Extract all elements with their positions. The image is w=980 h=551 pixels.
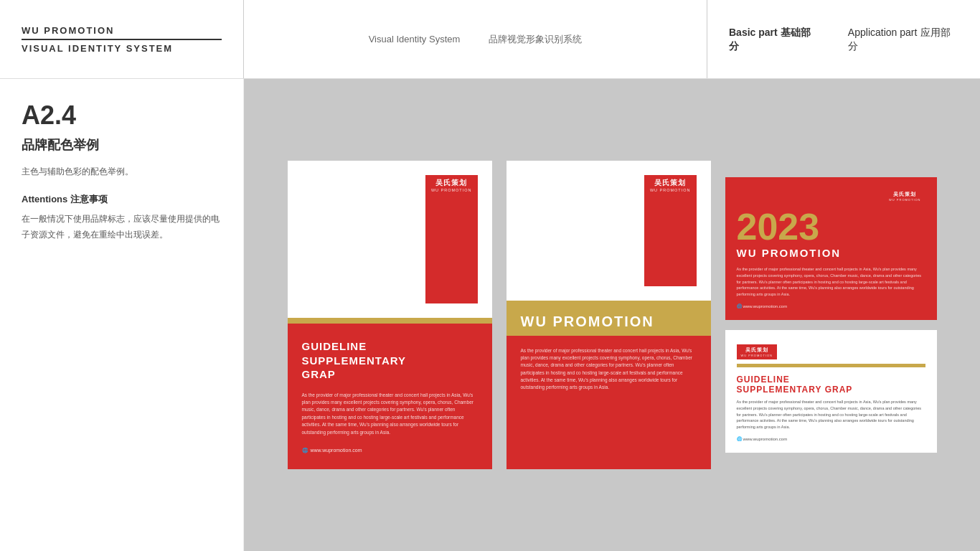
card4-logo-row: 吴氏策划 WU PROMOTION: [737, 342, 925, 359]
globe-icon: [302, 448, 311, 453]
card4-body: As the provider of major professional th…: [737, 399, 925, 430]
card2-logo-sub: WU PROMOTION: [650, 188, 691, 192]
card1-title: GUIDELINESUPPLEMENTARYGRAP: [302, 339, 478, 382]
card3-year: 2023: [737, 208, 925, 245]
card1-url: www.wupromotion.com: [302, 448, 478, 453]
card3-logo-row: 吴氏策划 WU PROMOTION: [737, 189, 925, 204]
logo-main: 吴氏策划: [435, 178, 467, 188]
card2-top: 吴氏策划 WU PROMOTION: [507, 161, 711, 301]
card1-gold-bar: [288, 318, 492, 324]
main-content: A2.4 品牌配色举例 主色与辅助色彩的配色举例。 Attentions 注意事…: [0, 79, 980, 551]
card-2: 吴氏策划 WU PROMOTION WU PROMOTION As the pr…: [507, 161, 711, 469]
card2-body: As the provider of major professional th…: [521, 347, 697, 392]
nav-basic[interactable]: Basic part 基础部分: [729, 26, 819, 53]
header-nav: Basic part 基础部分 Application part 应用部分: [707, 0, 980, 78]
card4-logo-sub: WU PROMOTION: [741, 354, 773, 357]
header: WU PROMOTION VISUAL IDENTITY SYSTEM Visu…: [0, 0, 980, 79]
card2-gold-label: WU PROMOTION: [507, 306, 711, 336]
nav-basic-en: Basic part: [729, 27, 778, 38]
card-4: 吴氏策划 WU PROMOTION GUIDELINESUPPLEMENTARY…: [725, 330, 937, 453]
section-desc: 主色与辅助色彩的配色举例。: [22, 165, 222, 179]
section-number: A2.4: [22, 100, 222, 131]
sidebar: A2.4 品牌配色举例 主色与辅助色彩的配色举例。 Attentions 注意事…: [0, 79, 244, 551]
card-3: 吴氏策划 WU PROMOTION 2023 WU PROMOTION As t…: [725, 177, 937, 320]
card1-top: 吴氏策划 WU PROMOTION: [288, 161, 492, 318]
card1-red-section: GUIDELINESUPPLEMENTARYGRAP As the provid…: [288, 324, 492, 469]
card4-logo: 吴氏策划 WU PROMOTION: [737, 344, 777, 359]
section-title: 品牌配色举例: [22, 136, 222, 154]
card2-logo-main: 吴氏策划: [654, 178, 686, 188]
card4-title: GUIDELINESUPPLEMENTARY GRAP: [737, 375, 925, 395]
card4-url: www.wupromotion.com: [737, 436, 925, 441]
card3-logo-sub: WU PROMOTION: [889, 198, 920, 202]
globe-icon-sm: [737, 304, 743, 309]
logo-sub: WU PROMOTION: [431, 188, 472, 192]
vis-identity-en: Visual Identity System: [369, 34, 461, 44]
card2-promo-text: WU PROMOTION: [521, 314, 654, 329]
card3-logo: 吴氏策划 WU PROMOTION: [885, 189, 925, 204]
card2-logo: 吴氏策划 WU PROMOTION: [644, 175, 697, 286]
header-brand: WU PROMOTION VISUAL IDENTITY SYSTEM: [0, 0, 244, 78]
card4-gold-strip: [737, 364, 925, 367]
card1-logo: 吴氏策划 WU PROMOTION: [425, 175, 478, 303]
content-area: 吴氏策划 WU PROMOTION GUIDELINESUPPLEMENTARY…: [244, 79, 980, 551]
attentions-title: Attentions 注意事项: [22, 193, 222, 206]
card4-globe-icon: [737, 437, 743, 441]
nav-app-en: Application part: [848, 27, 918, 38]
vis-identity-zh: 品牌视觉形象识别系统: [489, 33, 582, 46]
card2-red-section: As the provider of major professional th…: [507, 336, 711, 470]
card3-url: www.wupromotion.com: [737, 303, 925, 309]
card4-logo-main: 吴氏策划: [745, 347, 768, 354]
card3-brand: WU PROMOTION: [737, 247, 925, 259]
card3-logo-main: 吴氏策划: [893, 191, 916, 198]
card3-body: As the provider of major professional th…: [737, 266, 925, 298]
header-center: Visual Identity System 品牌视觉形象识别系统: [244, 0, 707, 78]
brand-line1: WU PROMOTION: [22, 25, 222, 40]
attentions-desc: 在一般情况下使用品牌标志，应该尽量使用提供的电子资源文件，避免在重绘中出现误差。: [22, 212, 222, 242]
card-1: 吴氏策划 WU PROMOTION GUIDELINESUPPLEMENTARY…: [288, 161, 492, 469]
card-col-right: 吴氏策划 WU PROMOTION 2023 WU PROMOTION As t…: [725, 177, 937, 453]
card2-gold-bar: [507, 301, 711, 306]
brand-line2: VISUAL IDENTITY SYSTEM: [22, 43, 222, 54]
nav-application[interactable]: Application part 应用部分: [848, 26, 958, 53]
card1-body: As the provider of major professional th…: [302, 392, 478, 436]
